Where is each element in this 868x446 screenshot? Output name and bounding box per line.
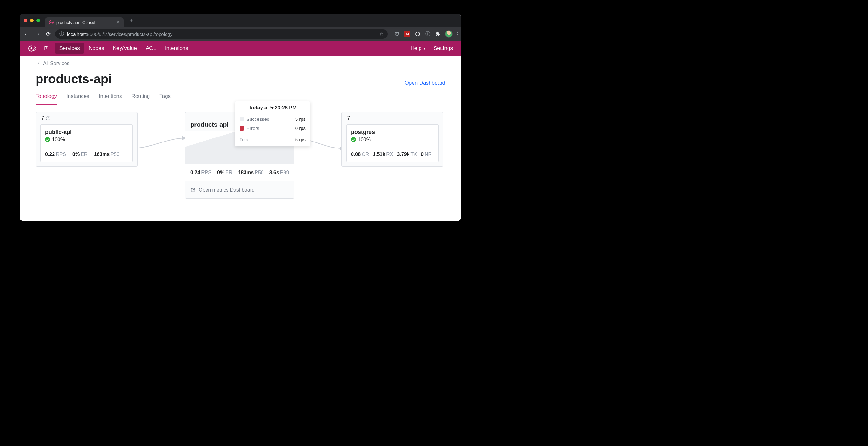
url-host: localhost — [67, 31, 86, 37]
primary-nav: Services Nodes Key/Value ACL Intentions — [55, 43, 192, 54]
back-button[interactable]: ← — [23, 31, 31, 37]
success-swatch-icon — [240, 117, 244, 121]
url-path: :8500/ui/l7/services/products-api/topolo… — [86, 31, 173, 37]
tab-bar: products-api - Consul ✕ + — [20, 13, 461, 27]
tooltip-row-label: Errors — [246, 126, 259, 131]
settings-link[interactable]: Settings — [434, 45, 453, 52]
reload-button[interactable]: ⟳ — [44, 31, 52, 37]
stat-label: ER — [225, 170, 232, 175]
stat-label: CR — [362, 152, 369, 157]
breadcrumb[interactable]: 〈 All Services — [36, 61, 445, 66]
close-window-icon[interactable] — [24, 19, 27, 22]
browser-window: products-api - Consul ✕ + ← → ⟳ ⓘ localh… — [20, 13, 461, 221]
tooltip-total-value: 5 rps — [295, 137, 306, 142]
downstream-dc: l7 — [346, 116, 350, 121]
stat-value: 3.79k — [397, 152, 410, 157]
browser-tab[interactable]: products-api - Consul ✕ — [45, 17, 124, 27]
svg-point-3 — [53, 22, 54, 23]
stat-value: 0.22 — [45, 152, 55, 157]
svg-point-7 — [34, 46, 35, 47]
chevron-down-icon: ▾ — [424, 46, 426, 51]
tooltip-row-value: 0 rps — [295, 126, 306, 131]
toolbar-right: M ⓘ — [394, 30, 458, 38]
nav-services[interactable]: Services — [55, 43, 84, 54]
nav-intentions[interactable]: Intentions — [161, 43, 192, 54]
svg-point-4 — [53, 23, 53, 24]
extension-circle-icon[interactable] — [415, 31, 421, 37]
consul-logo-icon[interactable] — [28, 44, 36, 53]
nav-acl[interactable]: ACL — [142, 43, 160, 54]
url-field[interactable]: ⓘ localhost:8500/ui/l7/services/products… — [55, 29, 388, 39]
error-swatch-icon — [240, 126, 244, 130]
stat-label: P50 — [255, 170, 264, 175]
forward-button[interactable]: → — [34, 31, 41, 37]
stat-value: 183ms — [238, 170, 254, 175]
svg-point-9 — [35, 49, 36, 50]
chevron-left-icon: 〈 — [36, 61, 40, 66]
stat-value: 163ms — [94, 152, 110, 157]
connector-left — [132, 129, 188, 151]
tab-intentions[interactable]: Intentions — [99, 93, 122, 105]
minimize-window-icon[interactable] — [30, 19, 34, 22]
stat-value: 0.08 — [351, 152, 361, 157]
upstream-dc: l7 — [40, 116, 44, 121]
help-menu[interactable]: Help ▾ — [411, 45, 426, 52]
tab-title: products-api - Consul — [56, 20, 95, 25]
health-check-icon — [351, 137, 356, 142]
tooltip-total-label: Total — [240, 137, 250, 142]
site-info-icon[interactable]: ⓘ — [60, 31, 64, 37]
tooltip-row-label: Successes — [246, 116, 270, 122]
stat-value: 1.51k — [373, 152, 385, 157]
address-bar: ← → ⟳ ⓘ localhost:8500/ui/l7/services/pr… — [20, 27, 461, 40]
new-tab-button[interactable]: + — [127, 16, 136, 26]
open-metrics-link[interactable]: Open metrics Dashboard — [185, 182, 294, 198]
stat-label: RPS — [201, 170, 212, 175]
topology-canvas: l7 i public-api 100% 0.22RPS 0%ER 163msP… — [36, 112, 445, 216]
tab-topology[interactable]: Topology — [36, 93, 57, 105]
downstream-service[interactable]: postgres 100% 0.08CR 1.51kRX 3.79kTX 0NR — [346, 124, 439, 162]
profile-avatar[interactable] — [445, 30, 453, 38]
stat-value: 0 — [421, 152, 424, 157]
page-body: 〈 All Services products-api Open Dashboa… — [20, 56, 461, 216]
svg-point-10 — [34, 50, 35, 51]
stat-value: 3.6s — [270, 170, 279, 175]
health-check-icon — [45, 137, 50, 142]
upstream-health: 100% — [52, 137, 65, 142]
consul-favicon-icon — [49, 20, 54, 25]
info-icon[interactable]: ⓘ — [425, 31, 431, 37]
upstream-service[interactable]: public-api 100% 0.22RPS 0%ER 163msP50 — [40, 124, 133, 162]
stat-label: RPS — [56, 152, 66, 157]
info-icon[interactable]: i — [46, 116, 50, 121]
nav-keyvalue[interactable]: Key/Value — [109, 43, 141, 54]
close-tab-icon[interactable]: ✕ — [116, 20, 120, 25]
stat-label: TX — [411, 152, 417, 157]
pocket-icon[interactable] — [394, 31, 400, 37]
upstream-service-name: public-api — [40, 125, 132, 137]
stat-label: RX — [386, 152, 393, 157]
stat-value: 0% — [217, 170, 224, 175]
stat-value: 0.24 — [190, 170, 200, 175]
browser-menu-icon[interactable] — [457, 32, 458, 36]
stat-label: P50 — [111, 152, 119, 157]
nav-nodes[interactable]: Nodes — [85, 43, 108, 54]
app-header: l7 Services Nodes Key/Value ACL Intentio… — [20, 40, 461, 56]
svg-point-1 — [50, 22, 52, 23]
window-controls — [24, 19, 40, 22]
tab-tags[interactable]: Tags — [159, 93, 170, 105]
tab-routing[interactable]: Routing — [131, 93, 150, 105]
tab-instances[interactable]: Instances — [66, 93, 89, 105]
maximize-window-icon[interactable] — [36, 19, 40, 22]
stat-label: P99 — [280, 170, 289, 175]
bookmark-icon[interactable]: ☆ — [379, 31, 383, 37]
extensions-icon[interactable] — [435, 31, 441, 37]
help-label: Help — [411, 45, 422, 52]
external-link-icon — [190, 187, 195, 192]
datacenter-label[interactable]: l7 — [44, 45, 48, 51]
breadcrumb-label: All Services — [43, 61, 69, 66]
open-dashboard-link[interactable]: Open Dashboard — [405, 80, 445, 86]
mendeley-icon[interactable]: M — [404, 31, 410, 37]
svg-point-8 — [35, 47, 36, 48]
tooltip-row-value: 5 rps — [295, 116, 306, 122]
stat-value: 0% — [72, 152, 80, 157]
chart-tooltip: Today at 5:23:28 PM Successes 5 rps Erro… — [235, 101, 310, 146]
